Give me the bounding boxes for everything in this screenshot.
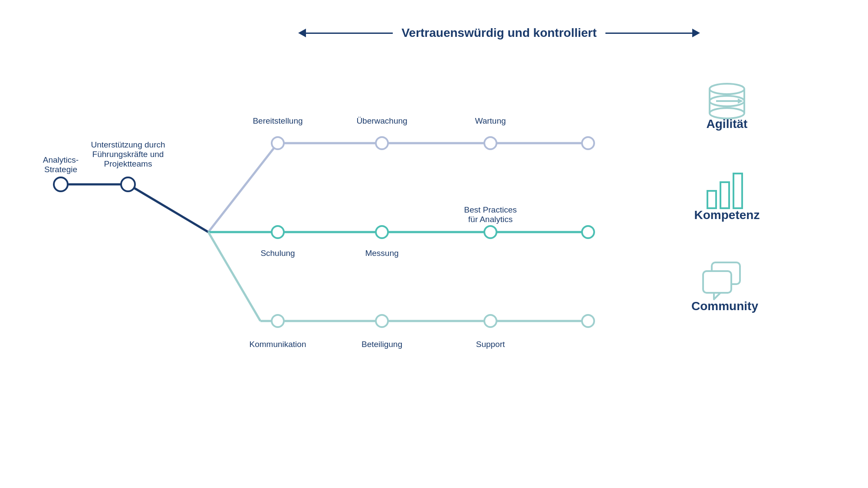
svg-point-22 <box>376 226 388 238</box>
diagram-svg: Analytics- Strategie Unterstützung durch… <box>0 0 868 488</box>
svg-text:Unterstützung durch: Unterstützung durch <box>91 140 165 149</box>
svg-point-20 <box>582 137 594 149</box>
svg-marker-61 <box>714 293 720 299</box>
svg-text:für Analytics: für Analytics <box>468 215 513 224</box>
svg-text:Messung: Messung <box>365 249 398 258</box>
svg-point-18 <box>376 137 388 149</box>
svg-rect-54 <box>707 191 716 208</box>
svg-text:Führungskräfte und: Führungskräfte und <box>92 150 164 159</box>
svg-text:Überwachung: Überwachung <box>356 116 407 125</box>
svg-text:Support: Support <box>476 340 505 349</box>
svg-text:Wartung: Wartung <box>475 116 506 125</box>
main-container: Vertrauenswürdig und kontrolliert <box>0 0 868 488</box>
svg-text:Analytics-: Analytics- <box>43 155 79 164</box>
svg-line-2 <box>208 143 278 232</box>
svg-point-16 <box>121 177 135 191</box>
svg-point-17 <box>272 137 284 149</box>
svg-text:Community: Community <box>691 299 758 313</box>
svg-rect-55 <box>720 182 729 208</box>
svg-point-27 <box>484 315 496 327</box>
svg-text:Kommunikation: Kommunikation <box>250 340 306 349</box>
svg-text:Kompetenz: Kompetenz <box>694 208 760 222</box>
svg-point-24 <box>582 226 594 238</box>
svg-text:Beteiligung: Beteiligung <box>362 340 402 349</box>
svg-line-1 <box>128 184 208 232</box>
svg-text:Schulung: Schulung <box>260 249 295 258</box>
svg-text:Strategie: Strategie <box>44 165 77 174</box>
svg-point-28 <box>582 315 594 327</box>
svg-point-25 <box>272 315 284 327</box>
svg-text:Best Practices: Best Practices <box>464 205 516 214</box>
svg-text:Projektteams: Projektteams <box>104 159 152 168</box>
svg-point-19 <box>484 137 496 149</box>
svg-point-44 <box>710 84 744 94</box>
svg-point-21 <box>272 226 284 238</box>
svg-point-26 <box>376 315 388 327</box>
svg-rect-56 <box>733 174 742 208</box>
svg-point-15 <box>54 177 68 191</box>
svg-rect-60 <box>703 271 731 293</box>
svg-point-23 <box>484 226 496 238</box>
svg-text:Bereitstellung: Bereitstellung <box>253 116 302 125</box>
svg-line-10 <box>208 232 260 321</box>
svg-text:Agilität: Agilität <box>707 117 748 131</box>
